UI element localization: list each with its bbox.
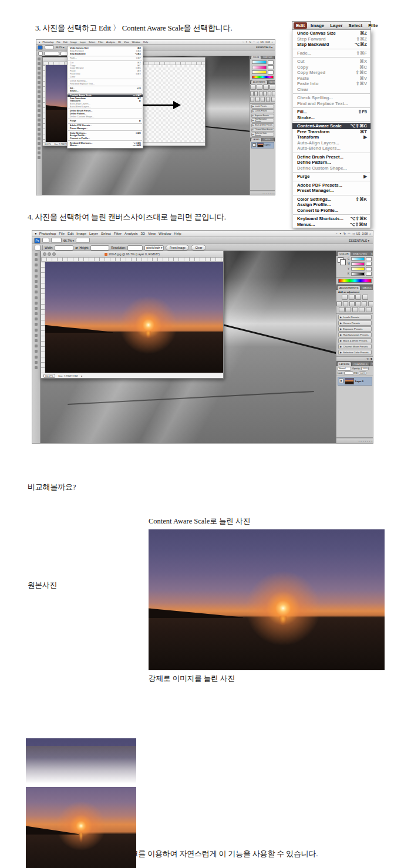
apple-menu-icon[interactable]: ●	[39, 40, 40, 43]
airport-icon[interactable]: ◠	[348, 232, 350, 235]
adjustment-photo-filter-icon[interactable]	[362, 301, 367, 306]
tool-hand[interactable]	[35, 361, 38, 364]
preset-hue-saturation-presets[interactable]: ▶Hue/Saturation Presets	[338, 332, 372, 337]
cyan-slider[interactable]	[351, 257, 365, 261]
menu-item-free-transform[interactable]: Free Transform⌘T	[292, 129, 370, 135]
resolution-field[interactable]	[127, 245, 143, 251]
apple-menu-icon[interactable]: ●	[35, 232, 37, 235]
screen-mode[interactable]	[76, 238, 90, 243]
preset-exposure-presets[interactable]: ▶Exposure Presets	[338, 326, 372, 332]
tool-spot-healing[interactable]	[38, 86, 41, 89]
layer-thumbnail[interactable]	[257, 143, 264, 147]
preset-curves-presets[interactable]: ▶Curves Presets	[251, 109, 274, 113]
delete-icon[interactable]: ▫	[274, 192, 274, 194]
menubar-item-photoshop[interactable]: Photoshop	[42, 40, 53, 43]
menubar-item-layer[interactable]: Layer	[328, 22, 345, 29]
sync-icon[interactable]: ↻	[343, 232, 346, 235]
volume-icon[interactable]: ◁	[257, 40, 258, 43]
tool-lasso[interactable]	[35, 264, 38, 266]
menubar-item-layer[interactable]: Layer	[89, 232, 98, 235]
adjustment-levels-icon[interactable]	[349, 295, 355, 300]
cyan-slider[interactable]	[252, 60, 267, 64]
tool-eraser[interactable]	[35, 307, 38, 310]
tool-history-brush[interactable]	[35, 302, 38, 305]
preset-levels-presets[interactable]: ▶Levels Presets	[251, 104, 274, 109]
status-zoom[interactable]: 66.67%	[45, 143, 51, 146]
menubar-item-select[interactable]: Select	[346, 22, 365, 29]
menubar-item-image[interactable]: Image	[70, 40, 77, 43]
swap-dimensions-icon[interactable]: ⇄	[75, 246, 78, 249]
tool-brush[interactable]	[38, 90, 41, 93]
menu-item-keyboard-shortcuts[interactable]: Keyboard Shortcuts...⌥⇧⌘K	[292, 216, 370, 222]
preset-black-white-presets[interactable]: ▶Black & White Presets	[338, 338, 372, 343]
blend-mode-select[interactable]: Normal	[338, 367, 351, 371]
menu-item-preset-manager[interactable]: Preset Manager...	[292, 188, 370, 194]
adjustment-posterize-icon[interactable]	[345, 307, 351, 312]
menu-item-undo-canvas-size[interactable]: Undo Canvas Size⌘Z	[292, 31, 370, 36]
tool-eyedropper[interactable]	[35, 280, 38, 283]
lock-buttons[interactable]	[344, 371, 353, 375]
tool-pen[interactable]	[35, 329, 38, 332]
tool-type[interactable]	[35, 334, 38, 337]
document-canvas[interactable]	[45, 262, 223, 373]
adjustment-brightness-contrast-icon[interactable]	[342, 295, 348, 300]
workspace-switcher[interactable]: ESSENTIALS ▾	[349, 239, 369, 242]
yellow-slider[interactable]	[252, 70, 267, 74]
menu-item-purge[interactable]: Purge▶	[68, 120, 143, 123]
front-image-button[interactable]: Front Image	[166, 245, 189, 251]
menu-item-step-backward[interactable]: Step Backward⌥⌘Z	[68, 52, 143, 55]
workspace-switcher[interactable]: ESSENTIALS ▾	[256, 46, 272, 49]
switch-panel-icon[interactable]: ◨	[370, 357, 372, 360]
tool-zoom[interactable]	[38, 156, 41, 159]
battery-icon[interactable]: ⌁	[336, 232, 338, 235]
adjustment-curves-icon[interactable]	[355, 295, 361, 300]
tool-blur[interactable]	[35, 318, 38, 320]
new-layer-icon[interactable]: ▫	[272, 192, 272, 194]
tool-marquee[interactable]	[38, 62, 41, 65]
bridge-launcher[interactable]	[42, 238, 49, 243]
tab-adjustments[interactable]: ADJUSTMENTS	[338, 286, 360, 290]
menubar-item-window[interactable]: Window	[132, 40, 140, 43]
menubar-item-file[interactable]: File	[57, 40, 60, 43]
tool-rectangle[interactable]	[38, 137, 41, 140]
view-extras[interactable]	[51, 238, 62, 243]
magenta-slider[interactable]	[252, 66, 267, 69]
menubar-item-filte[interactable]: Filte	[366, 22, 380, 29]
tool-clone-stamp[interactable]	[35, 296, 38, 299]
tool-3d-orbit[interactable]	[38, 147, 41, 150]
adjustment-invert-icon[interactable]	[339, 307, 345, 312]
menubar-item-analysis[interactable]: Analysis	[124, 232, 137, 235]
adjustment-curves-icon[interactable]	[263, 85, 269, 90]
menu-item-purge[interactable]: Purge▶	[292, 174, 370, 180]
battery-icon[interactable]: ⌁	[242, 40, 244, 43]
menu-item-define-pattern[interactable]: Define Pattern...	[292, 160, 370, 166]
menu-item-transform[interactable]: Transform▶	[292, 134, 370, 140]
preset-exposure-presets[interactable]: ▶Exposure Presets	[251, 114, 274, 118]
tab-styles[interactable]: STYLES	[369, 252, 373, 256]
zoom-level[interactable]: 66.7% ▾	[56, 46, 64, 49]
menubar-item-image[interactable]: Image	[76, 232, 86, 235]
tool-3d-rotate[interactable]	[38, 142, 41, 145]
opacity-value[interactable]: 100%	[361, 367, 369, 370]
menu-item-content-aware-scale[interactable]: Content-Aware Scale⌥⇧⌘C	[292, 123, 370, 129]
sync-icon[interactable]: ↻	[249, 40, 251, 43]
fx-icon[interactable]: ▫	[361, 440, 362, 443]
tool-marquee[interactable]	[35, 258, 38, 261]
status-scrubber[interactable]: ▸	[81, 374, 82, 377]
input-source-flag[interactable]: US	[356, 232, 361, 235]
menubar-item-layer[interactable]: Layer	[80, 40, 86, 43]
menu-item-color-settings[interactable]: Color Settings...⇧⌘K	[292, 197, 370, 202]
layer-mask-icon[interactable]: ▫	[363, 440, 364, 443]
volume-icon[interactable]: ◁	[352, 232, 355, 235]
adjustment-photo-filter-icon[interactable]	[268, 91, 271, 96]
menubar-item-edit[interactable]: Edit	[68, 232, 73, 235]
layer-thumbnail[interactable]	[345, 378, 354, 384]
fx-icon[interactable]: ▫	[265, 192, 265, 194]
link-icon[interactable]: ▫	[262, 192, 263, 194]
tool-history-brush[interactable]	[38, 100, 41, 103]
preset-levels-presets[interactable]: ▶Levels Presets	[338, 315, 372, 320]
tab-color[interactable]: COLOR	[338, 252, 351, 256]
link-icon[interactable]: ▫	[359, 440, 360, 443]
menubar-item-window[interactable]: Window	[159, 232, 171, 235]
new-layer-icon[interactable]: ▫	[369, 440, 370, 443]
